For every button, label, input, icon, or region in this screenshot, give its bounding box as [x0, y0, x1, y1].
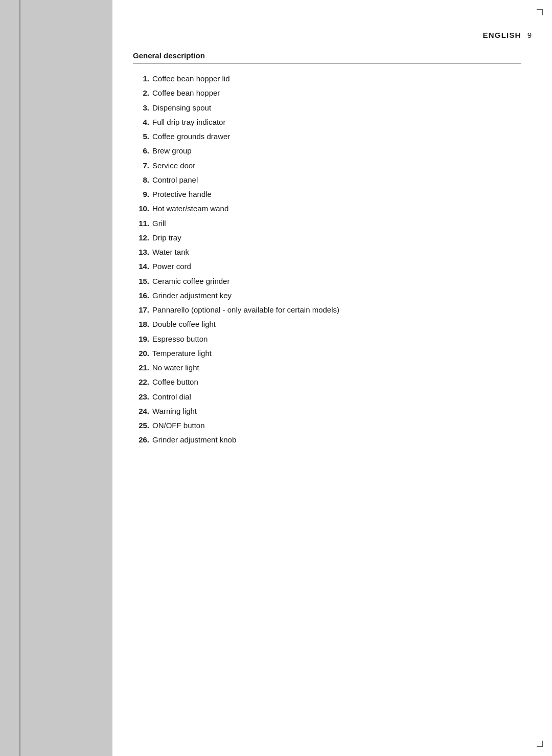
item-label: Grinder adjustment key	[152, 290, 232, 301]
item-number: 20.	[133, 347, 149, 359]
item-number: 2.	[133, 87, 149, 99]
item-label: Full drip tray indicator	[152, 116, 225, 128]
list-item: 7.Service door	[133, 160, 521, 171]
item-number: 10.	[133, 203, 149, 214]
item-label: Water tank	[152, 246, 189, 258]
description-list: 1.Coffee bean hopper lid2.Coffee bean ho…	[133, 73, 521, 446]
item-number: 9.	[133, 188, 149, 200]
list-item: 17.Pannarello (optional - only available…	[133, 304, 521, 316]
list-item: 16.Grinder adjustment key	[133, 290, 521, 301]
item-number: 25.	[133, 419, 149, 431]
list-item: 3.Dispensing spout	[133, 102, 521, 114]
item-number: 12.	[133, 232, 149, 243]
item-label: Protective handle	[152, 188, 212, 200]
item-label: Coffee button	[152, 376, 198, 388]
item-number: 24.	[133, 405, 149, 417]
item-label: Espresso button	[152, 333, 208, 345]
item-number: 3.	[133, 102, 149, 114]
item-label: No water light	[152, 362, 199, 373]
list-item: 2.Coffee bean hopper	[133, 87, 521, 99]
corner-mark-tr	[537, 9, 543, 15]
list-item: 25.ON/OFF button	[133, 419, 521, 431]
item-number: 13.	[133, 246, 149, 258]
list-item: 22.Coffee button	[133, 376, 521, 388]
item-label: Brew group	[152, 145, 192, 157]
list-item: 21.No water light	[133, 362, 521, 373]
item-label: Ceramic coffee grinder	[152, 275, 229, 287]
item-number: 7.	[133, 160, 149, 171]
language-label: ENGLISH	[483, 31, 521, 39]
item-number: 16.	[133, 290, 149, 301]
item-number: 1.	[133, 73, 149, 84]
item-number: 15.	[133, 275, 149, 287]
item-number: 14.	[133, 260, 149, 272]
list-item: 9.Protective handle	[133, 188, 521, 200]
item-label: Coffee grounds drawer	[152, 130, 230, 142]
list-item: 13.Water tank	[133, 246, 521, 258]
item-number: 8.	[133, 174, 149, 186]
corner-mark-br	[537, 741, 543, 747]
list-item: 10.Hot water/steam wand	[133, 203, 521, 214]
list-item: 4.Full drip tray indicator	[133, 116, 521, 128]
item-number: 11.	[133, 217, 149, 229]
item-number: 21.	[133, 362, 149, 373]
list-item: 6.Brew group	[133, 145, 521, 157]
item-label: Hot water/steam wand	[152, 203, 228, 214]
item-number: 6.	[133, 145, 149, 157]
list-item: 23.Control dial	[133, 391, 521, 403]
list-item: 8.Control panel	[133, 174, 521, 186]
list-item: 20.Temperature light	[133, 347, 521, 359]
list-item: 12.Drip tray	[133, 232, 521, 243]
item-number: 17.	[133, 304, 149, 316]
list-item: 11.Grill	[133, 217, 521, 229]
page-number: 9	[527, 31, 532, 39]
item-label: Drip tray	[152, 232, 181, 243]
item-number: 23.	[133, 391, 149, 403]
item-label: Double coffee light	[152, 318, 216, 330]
item-label: Warning light	[152, 405, 197, 417]
item-label: Service door	[152, 160, 195, 171]
list-item: 24.Warning light	[133, 405, 521, 417]
item-number: 4.	[133, 116, 149, 128]
item-label: Power cord	[152, 260, 191, 272]
item-number: 5.	[133, 130, 149, 142]
list-item: 14.Power cord	[133, 260, 521, 272]
item-label: Control dial	[152, 391, 191, 403]
item-label: Grill	[152, 217, 166, 229]
list-item: 26.Grinder adjustment knob	[133, 434, 521, 446]
item-label: ON/OFF button	[152, 419, 205, 431]
item-label: Dispensing spout	[152, 102, 211, 114]
page-header: ENGLISH 9	[483, 31, 532, 39]
list-item: 19.Espresso button	[133, 333, 521, 345]
sidebar	[0, 0, 112, 756]
list-item: 1.Coffee bean hopper lid	[133, 73, 521, 84]
section-title: General description	[133, 51, 521, 63]
main-content: General description 1.Coffee bean hopper…	[133, 51, 521, 449]
item-number: 26.	[133, 434, 149, 446]
item-label: Coffee bean hopper lid	[152, 73, 230, 84]
list-item: 5.Coffee grounds drawer	[133, 130, 521, 142]
item-label: Temperature light	[152, 347, 212, 359]
item-number: 18.	[133, 318, 149, 330]
sidebar-line	[19, 0, 20, 756]
item-label: Control panel	[152, 174, 198, 186]
list-item: 18.Double coffee light	[133, 318, 521, 330]
item-number: 19.	[133, 333, 149, 345]
item-label: Grinder adjustment knob	[152, 434, 236, 446]
item-label: Pannarello (optional - only available fo…	[152, 304, 339, 316]
item-label: Coffee bean hopper	[152, 87, 220, 99]
item-number: 22.	[133, 376, 149, 388]
list-item: 15.Ceramic coffee grinder	[133, 275, 521, 287]
